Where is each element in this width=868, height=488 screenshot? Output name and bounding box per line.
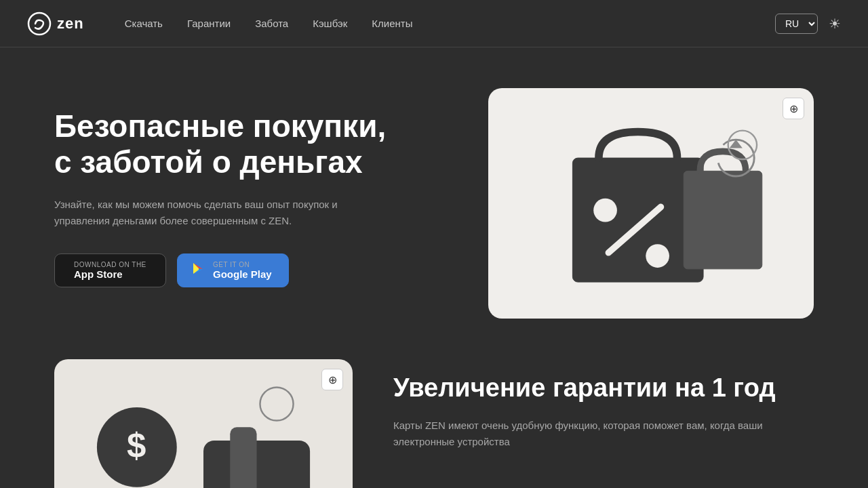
svg-point-3 [593, 198, 617, 222]
nav-item-clients[interactable]: Клиенты [372, 18, 412, 29]
nav-item-download[interactable]: Скачать [125, 18, 163, 29]
svg-rect-13 [203, 441, 310, 488]
hero-zoom-button[interactable]: ⊕ [783, 98, 804, 119]
svg-rect-14 [230, 427, 256, 488]
nav-item-care[interactable]: Забота [255, 18, 288, 29]
language-selector[interactable]: RU EN PL [775, 14, 818, 34]
hero-title: Безопасные покупки, с заботой о деньгах [54, 108, 448, 180]
google-play-button[interactable]: GET IT ON Google Play [177, 253, 289, 287]
second-text: Увеличение гарантии на 1 год Карты ZEN и… [393, 359, 814, 450]
main-content: Безопасные покупки, с заботой о деньгах … [0, 47, 868, 488]
svg-point-4 [646, 244, 669, 268]
svg-text:$: $ [127, 426, 146, 465]
second-section: ⊕ $ Увеличение гарантии на 1 год Карты Z… [54, 359, 814, 488]
hero-illustration [513, 106, 789, 302]
zoom-icon: ⊕ [789, 102, 798, 115]
second-section-body: Карты ZEN имеют очень удобную функцию, к… [393, 418, 814, 450]
second-zoom-button[interactable]: ⊕ [321, 369, 343, 390]
theme-toggle-button[interactable]: ☀ [829, 16, 841, 32]
hero-section: Безопасные покупки, с заботой о деньгах … [54, 88, 814, 319]
main-nav: Скачать Гарантии Забота Кэшбэк Клиенты [125, 18, 775, 29]
nav-item-cashback[interactable]: Кэшбэк [313, 18, 347, 29]
app-store-text: Download on the App Store [74, 261, 146, 280]
second-section-title: Увеличение гарантии на 1 год [393, 373, 814, 404]
header-right: RU EN PL ☀ [775, 14, 841, 34]
svg-point-12 [260, 387, 293, 420]
google-play-icon [190, 261, 206, 280]
zoom-icon-2: ⊕ [328, 373, 337, 386]
store-buttons: Download on the App Store GET IT ON Goog… [54, 253, 448, 287]
svg-rect-6 [684, 171, 762, 268]
logo-text: zen [57, 15, 84, 33]
hero-image: ⊕ [488, 88, 814, 319]
header: zen Скачать Гарантии Забота Кэшбэк Клиен… [0, 0, 868, 47]
sun-icon: ☀ [829, 16, 841, 32]
second-illustration: $ [69, 367, 338, 488]
google-play-text: GET IT ON Google Play [213, 261, 272, 280]
second-image: ⊕ $ [54, 359, 353, 488]
svg-point-0 [28, 13, 50, 35]
nav-item-guarantees[interactable]: Гарантии [187, 18, 231, 29]
logo[interactable]: zen [27, 12, 84, 36]
hero-subtitle: Узнайте, как мы можем помочь сделать ваш… [54, 197, 366, 229]
app-store-button[interactable]: Download on the App Store [54, 253, 166, 287]
hero-text: Безопасные покупки, с заботой о деньгах … [54, 88, 448, 287]
logo-icon [27, 12, 52, 36]
